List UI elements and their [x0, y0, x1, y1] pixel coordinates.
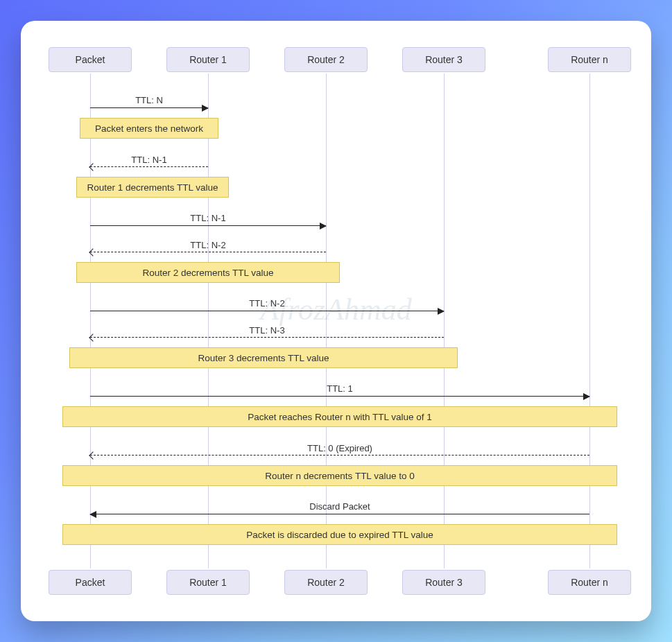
actor-router1-bottom: Router 1 — [166, 570, 250, 595]
lifeline-routern — [589, 73, 590, 569]
actor-router2-bottom: Router 2 — [284, 570, 368, 595]
msg-label: TTL: 0 (Expired) — [90, 443, 589, 453]
msg-label: TTL: N-2 — [90, 298, 444, 309]
note-router3-decrement: Router 3 decrements TTL value — [69, 347, 458, 368]
lifeline-router3 — [444, 73, 445, 569]
msg-label: Discard Packet — [90, 501, 589, 512]
arrow-right-icon — [583, 393, 590, 400]
actor-router3-bottom: Router 3 — [402, 570, 485, 595]
lifeline-router2 — [326, 73, 327, 569]
msg-ttl-n-2-forward: TTL: N-2 — [90, 311, 444, 311]
diagram-card: Packet Router 1 Router 2 Router 3 Router… — [21, 21, 651, 621]
msg-label: TTL: N-3 — [90, 325, 444, 336]
actor-routern-top: Router n — [548, 47, 631, 72]
note-routern-decrement: Router n decrements TTL value to 0 — [62, 465, 617, 486]
arrow-right-icon — [320, 223, 327, 229]
actor-router2-top: Router 2 — [284, 47, 368, 72]
note-packet-enters: Packet enters the network — [80, 118, 218, 139]
msg-label: TTL: N-1 — [90, 213, 326, 223]
msg-ttl-n: TTL: N — [90, 107, 208, 108]
note-packet-discarded: Packet is discarded due to expired TTL v… — [62, 524, 617, 545]
msg-label: TTL: 1 — [90, 383, 589, 394]
arrow-left-icon — [89, 511, 96, 518]
lifeline-router1 — [208, 73, 209, 569]
note-router1-decrement: Router 1 decrements TTL value — [76, 177, 229, 198]
sequence-diagram: Packet Router 1 Router 2 Router 3 Router… — [35, 35, 637, 607]
msg-label: TTL: N-2 — [90, 240, 326, 250]
msg-ttl-1: TTL: 1 — [90, 396, 589, 397]
msg-ttl-0-expired: TTL: 0 (Expired) — [90, 455, 589, 456]
msg-label: TTL: N — [90, 95, 208, 105]
actor-router1-top: Router 1 — [166, 47, 250, 72]
msg-ttl-n-3-return: TTL: N-3 — [90, 337, 444, 338]
note-router2-decrement: Router 2 decrements TTL value — [76, 262, 340, 283]
msg-ttl-n-2-return: TTL: N-2 — [90, 252, 326, 252]
note-reaches-routern: Packet reaches Router n with TTL value o… — [62, 406, 617, 427]
msg-discard-packet: Discard Packet — [90, 514, 589, 514]
actor-routern-bottom: Router n — [548, 570, 631, 595]
msg-label: TTL: N-1 — [90, 155, 208, 165]
msg-ttl-n-1-return: TTL: N-1 — [90, 166, 208, 167]
arrow-right-icon — [202, 105, 209, 112]
watermark-text: AfrozAhmad — [260, 292, 411, 327]
actor-router3-top: Router 3 — [402, 47, 485, 72]
actor-packet-bottom: Packet — [49, 570, 132, 595]
arrow-right-icon — [438, 308, 445, 315]
msg-ttl-n-1-forward: TTL: N-1 — [90, 225, 326, 226]
actor-packet-top: Packet — [49, 47, 132, 72]
lifeline-packet — [90, 73, 91, 569]
